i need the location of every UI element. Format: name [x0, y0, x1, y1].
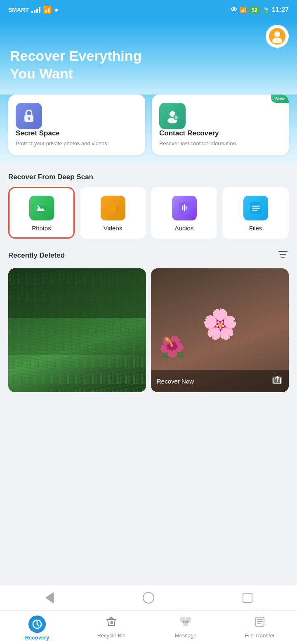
recently-deleted-title: Recently Deleted: [8, 251, 65, 260]
photo-item-grass[interactable]: [8, 268, 146, 392]
message-nav-label: Message: [175, 632, 197, 639]
svg-rect-11: [106, 204, 116, 211]
status-right: 👁 📶 52 🍃 11:27: [231, 6, 289, 14]
main-content: Recover From Deep Scan Photos: [0, 165, 297, 392]
recents-icon: [243, 593, 252, 603]
battery-label: 52: [249, 7, 260, 14]
home-icon: [143, 592, 154, 604]
scan-item-audios[interactable]: Audios: [151, 187, 217, 239]
profile-avatar[interactable]: [266, 25, 289, 48]
nav-item-recovery[interactable]: Recovery: [0, 611, 74, 644]
time-display: 11:27: [272, 6, 289, 14]
nav-item-file-transfer[interactable]: File Transfer: [223, 611, 297, 644]
bottom-nav: Recovery Recycle Bin: [0, 610, 297, 644]
svg-rect-16: [252, 210, 257, 211]
file-transfer-nav-label: File Transfer: [245, 632, 275, 639]
svg-rect-19: [8, 318, 146, 355]
status-left: SMART 📶 ●: [8, 5, 58, 14]
contact-recovery-title: Contact Recovery: [159, 129, 281, 137]
nav-item-recycle-bin[interactable]: Recycle Bin: [74, 611, 148, 644]
back-button[interactable]: [40, 589, 59, 607]
recently-deleted-section: Recently Deleted: [8, 249, 289, 392]
svg-point-1: [272, 38, 282, 43]
nav-item-message[interactable]: Message: [148, 611, 223, 644]
secret-space-card[interactable]: Secret Space Protect your private photos…: [8, 95, 145, 155]
files-icon: [243, 196, 268, 220]
recycle-bin-nav-label: Recycle Bin: [97, 632, 126, 639]
recover-icon: [271, 374, 283, 388]
home-button[interactable]: [139, 589, 158, 607]
photos-label: Photos: [32, 225, 51, 232]
scan-item-photos[interactable]: Photos: [8, 187, 75, 239]
avatar-icon: [269, 28, 285, 45]
svg-rect-26: [186, 617, 191, 622]
svg-text:⟳: ⟳: [174, 116, 178, 120]
cards-row: Secret Space Protect your private photos…: [8, 95, 289, 155]
message-nav-icon: [179, 616, 192, 631]
recover-now-bar[interactable]: Recover Now: [151, 370, 289, 392]
svg-rect-18: [8, 268, 146, 318]
bluetooth-icon: 📶: [240, 7, 247, 13]
recover-now-text: Recover Now: [157, 378, 194, 385]
home-bar: [0, 585, 297, 610]
flower-emoji-2: 🌺: [159, 335, 185, 359]
scan-grid: Photos Videos Audios: [8, 187, 289, 239]
recently-deleted-header: Recently Deleted: [8, 249, 289, 263]
filter-icon[interactable]: [277, 249, 289, 263]
status-bar: SMART 📶 ● 👁 📶 52 🍃 11:27: [0, 0, 297, 20]
recycle-bin-nav-icon: [105, 616, 118, 631]
new-badge: New: [271, 95, 289, 103]
scan-item-videos[interactable]: Videos: [80, 187, 146, 239]
audios-icon: [172, 196, 197, 220]
videos-icon: [101, 196, 125, 220]
svg-rect-27: [183, 623, 188, 626]
svg-rect-25: [180, 617, 185, 622]
flower-emoji: 🌸: [202, 307, 238, 341]
photos-icon: [29, 196, 54, 220]
lock-icon: [16, 103, 42, 129]
file-transfer-nav-icon: [254, 616, 266, 631]
contact-icon: ⟳: [159, 103, 186, 129]
photo-grid: 🌸 🌺 Recover Now: [8, 268, 289, 392]
eye-icon: 👁: [231, 6, 237, 14]
svg-point-3: [28, 117, 30, 120]
page-title: Recover Everything You Want: [10, 47, 175, 82]
svg-point-0: [274, 31, 280, 37]
audios-label: Audios: [175, 225, 194, 232]
recovery-nav-icon: [28, 616, 46, 633]
back-icon: [45, 592, 54, 604]
videos-label: Videos: [104, 225, 123, 232]
svg-rect-14: [252, 206, 260, 207]
svg-rect-15: [252, 208, 260, 209]
scan-item-files[interactable]: Files: [222, 187, 289, 239]
signal-bars: [31, 7, 40, 13]
secret-space-desc: Protect your private photos and videos: [16, 140, 138, 147]
photo-item-flower[interactable]: 🌸 🌺 Recover Now: [151, 268, 289, 392]
files-label: Files: [249, 225, 262, 232]
contact-recovery-card[interactable]: New ⟳ Contact Recovery Recover lost cont…: [152, 95, 289, 155]
wifi-icon: 📶: [43, 5, 52, 14]
sync-icon: ●: [54, 6, 59, 14]
recovery-nav-label: Recovery: [25, 635, 50, 641]
svg-point-10: [37, 206, 39, 208]
carrier-label: SMART: [8, 7, 29, 13]
contact-recovery-desc: Recover lost contact information.: [159, 140, 281, 147]
deep-scan-title: Recover From Deep Scan: [8, 173, 289, 181]
recents-button[interactable]: [238, 589, 257, 607]
leaf-icon: 🍃: [262, 7, 269, 13]
header-section: Recover Everything You Want: [0, 20, 297, 95]
secret-space-title: Secret Space: [16, 129, 138, 137]
